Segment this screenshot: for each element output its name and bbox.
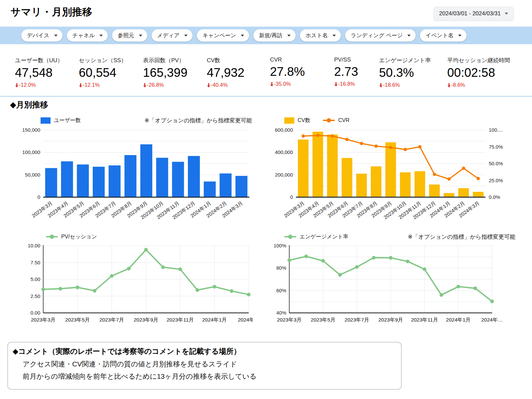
- chevron-down-icon: [332, 35, 336, 37]
- filter-chip-4[interactable]: メディア: [152, 29, 193, 42]
- down-arrow-icon: [379, 83, 383, 88]
- comment-line-1: アクセス関連・CV関連・訪問の質の値と月別推移を見せるスライド: [13, 359, 394, 369]
- engagement-line-chart: エンゲージメント率 ※「オプションの指標」から指標変更可能 40%60%80%1…: [273, 231, 515, 330]
- filter-chip-8[interactable]: ランディング ページ: [345, 29, 416, 42]
- kpi-change-value: -8.6%: [451, 82, 465, 88]
- legend-label-cvr: CVR: [338, 117, 349, 123]
- kpi-label: セッション（SS）: [79, 57, 143, 64]
- down-arrow-icon: [143, 83, 147, 88]
- kpi-card-4: CV数47,932-40.4%: [207, 57, 270, 88]
- svg-text:2023年11月: 2023年11月: [411, 317, 438, 323]
- date-range-selector[interactable]: 2024/03/01 - 2024/03/31: [434, 7, 514, 21]
- cv-cvr-combo-plot: 0200,000400,000600,0000.0%25.0%50.0%75.0…: [273, 126, 515, 226]
- kpi-change: -8.6%: [447, 82, 520, 88]
- down-arrow-icon: [207, 83, 210, 88]
- svg-text:2023年11月: 2023年11月: [167, 317, 194, 323]
- legend-label-engagement: エンゲージメント率: [300, 233, 348, 240]
- filter-chip-label: キャンペーン: [202, 32, 236, 39]
- kpi-label: CV数: [207, 57, 270, 64]
- filter-chip-6[interactable]: 新規/再訪: [253, 29, 296, 42]
- kpi-change-value: -18.6%: [383, 82, 400, 88]
- svg-text:0: 0: [290, 194, 293, 200]
- date-range-label: 2024/03/01 - 2024/03/31: [439, 10, 501, 17]
- comment-box: ◆コメント（実際のレポートでは考察等のコメントを記載する場所） アクセス関連・C…: [7, 342, 402, 390]
- option-note: ※「オプションの指標」から指標変更可能: [145, 117, 252, 124]
- kpi-change-value: -40.4%: [211, 82, 228, 88]
- pv-session-plot: 0.002.505.007.5010.002023年3月2023年5月2023年…: [20, 242, 253, 329]
- svg-text:2024年…: 2024年…: [481, 317, 503, 323]
- filter-chip-1[interactable]: デバイス: [21, 29, 63, 42]
- chevron-down-icon: [54, 35, 58, 37]
- svg-text:0.0%: 0.0%: [489, 194, 500, 200]
- svg-text:7.50: 7.50: [31, 260, 40, 265]
- kpi-change: -35.0%: [270, 81, 334, 87]
- chevron-down-icon: [139, 35, 142, 37]
- section-divider: [0, 96, 532, 97]
- filter-chip-5[interactable]: キャンペーン: [197, 29, 249, 42]
- kpi-card-3: 表示回数（PV）165,399-26.8%: [143, 57, 207, 88]
- filter-chip-2[interactable]: チャネル: [67, 29, 108, 42]
- legend-cvr: CVR: [323, 117, 349, 123]
- svg-text:2023年5月: 2023年5月: [65, 317, 90, 323]
- svg-text:100%: 100%: [274, 243, 286, 248]
- kpi-card-6: PV/SS2.73-16.8%: [334, 57, 379, 88]
- down-arrow-icon: [15, 83, 19, 88]
- comment-title: ◆コメント（実際のレポートでは考察等のコメントを記載する場所）: [13, 346, 394, 356]
- kpi-change: -18.6%: [379, 82, 447, 88]
- svg-text:2024年1月: 2024年1月: [446, 317, 470, 323]
- kpi-scorecards: ユーザー数（UU）47,548-12.0%セッション（SS）60,554-12.…: [15, 57, 520, 88]
- svg-text:100,000: 100,000: [22, 149, 40, 155]
- svg-text:50,000: 50,000: [25, 172, 40, 178]
- legend-swatch-cv: [284, 117, 294, 124]
- legend-label-users: ユーザー数: [54, 117, 81, 124]
- filter-chip-label: 参照元: [118, 32, 134, 39]
- legend-label-cv: CV数: [298, 117, 310, 124]
- kpi-change: -12.0%: [15, 82, 79, 88]
- svg-text:400,000: 400,000: [275, 149, 293, 155]
- svg-text:2023年7月: 2023年7月: [344, 317, 369, 323]
- kpi-value: 2.73: [334, 65, 379, 79]
- page-title: サマリ・月別推移: [11, 5, 92, 19]
- legend-pv-session: PV/セッション: [46, 233, 97, 240]
- chevron-down-icon: [407, 35, 411, 37]
- svg-text:2024年…: 2024年…: [238, 317, 253, 323]
- comment-line-2: 前月からの増減傾向を前年と比べるために13ヶ月分の推移を表示している: [13, 372, 394, 381]
- section-title: ◆月別推移: [10, 99, 48, 110]
- kpi-card-5: CVR27.8%-35.0%: [270, 57, 334, 88]
- filter-chip-3[interactable]: 参照元: [112, 29, 147, 42]
- kpi-card-7: エンゲージメント率50.3%-18.6%: [379, 57, 447, 88]
- filter-chip-label: デバイス: [27, 32, 50, 39]
- svg-text:150,000: 150,000: [22, 127, 40, 133]
- svg-text:600,000: 600,000: [275, 127, 293, 133]
- filter-chip-7[interactable]: ホスト名: [300, 29, 341, 42]
- kpi-change: -12.1%: [79, 82, 143, 88]
- legend-dot-pv-icon: [50, 235, 54, 239]
- filter-chip-9[interactable]: イベント名: [420, 29, 466, 42]
- svg-text:2023年7月: 2023年7月: [99, 317, 124, 323]
- chevron-down-icon: [241, 35, 244, 37]
- kpi-change: -26.8%: [143, 82, 207, 88]
- legend-label-pv-session: PV/セッション: [61, 233, 97, 240]
- legend-cv: CV数: [284, 117, 310, 124]
- chevron-down-icon: [287, 35, 291, 37]
- svg-text:2023年3月: 2023年3月: [31, 317, 56, 323]
- kpi-change: -40.4%: [207, 82, 270, 88]
- svg-text:5.00: 5.00: [31, 276, 40, 282]
- kpi-label: 表示回数（PV）: [143, 57, 207, 64]
- kpi-value: 60,554: [79, 66, 143, 80]
- option-note-2: ※「オプションの指標」から指標変更可能: [408, 233, 515, 241]
- svg-text:60%: 60%: [276, 288, 286, 293]
- svg-text:100....: 100....: [489, 127, 503, 133]
- users-bar-chart-plot: 050,000100,000150,0002023年3月2023年4月2023年…: [20, 126, 253, 226]
- kpi-label: PV/SS: [334, 57, 379, 63]
- legend-line-cvr-icon: [323, 120, 335, 121]
- users-bar-chart: ユーザー数 ※「オプションの指標」から指標変更可能 050,000100,000…: [20, 115, 253, 227]
- filter-chip-label: ホスト名: [306, 32, 328, 39]
- kpi-value: 27.8%: [270, 65, 334, 79]
- bar-series-cv: [298, 132, 483, 197]
- svg-text:75.0%: 75.0%: [489, 144, 503, 150]
- cv-cvr-combo-chart: CV数 CVR 0200,000400,000600,0000.0%25.0%5…: [273, 115, 515, 227]
- filter-chip-label: イベント名: [426, 32, 454, 39]
- filter-chip-label: 新規/再訪: [259, 32, 283, 39]
- down-arrow-icon: [447, 83, 451, 88]
